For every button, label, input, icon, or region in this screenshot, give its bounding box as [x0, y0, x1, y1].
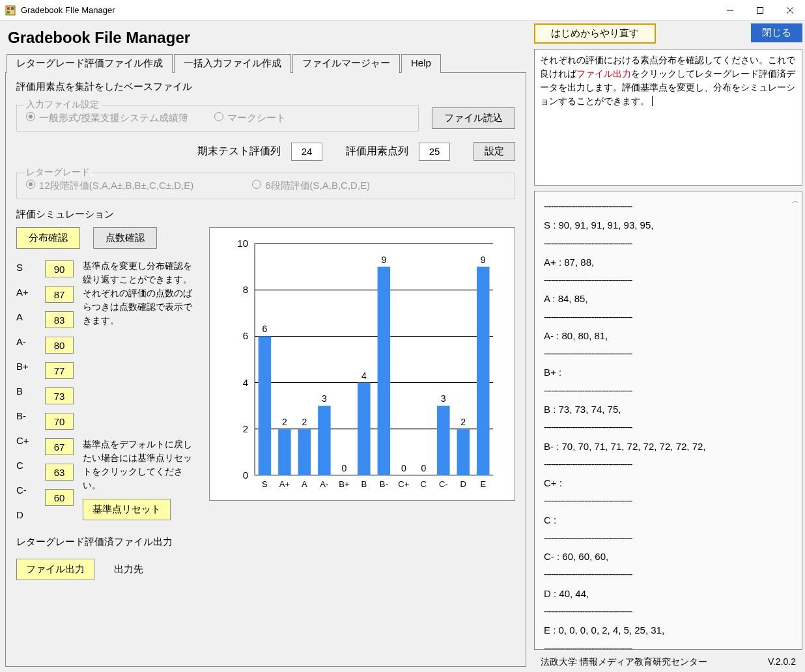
- score-col-input[interactable]: [419, 143, 450, 161]
- svg-text:6: 6: [262, 324, 268, 334]
- svg-text:2: 2: [243, 423, 248, 434]
- svg-rect-35: [358, 383, 371, 475]
- svg-text:9: 9: [381, 255, 386, 265]
- grade-label-Aminus: A-: [16, 336, 36, 347]
- restart-button[interactable]: はじめからやり直す: [534, 23, 656, 44]
- dist-line: S : 90, 91, 91, 91, 93, 95,: [544, 216, 793, 234]
- threshold-input-3[interactable]: [45, 337, 74, 354]
- svg-text:6: 6: [243, 330, 248, 341]
- base-file-title: 評価用素点を集計をしたベースファイル: [16, 81, 515, 93]
- dist-line: B+ :: [544, 363, 793, 382]
- exam-col-input[interactable]: [291, 143, 322, 161]
- svg-text:B-: B-: [380, 479, 388, 489]
- app-icon: [5, 5, 16, 16]
- close-button[interactable]: 閉じる: [751, 23, 802, 42]
- window-title: Gradebook FIle Manager: [21, 5, 715, 15]
- info-message-box[interactable]: それぞれの評価における素点分布を確認してください。これで良ければファイル出力をク…: [534, 49, 802, 186]
- radio-icon: [214, 112, 223, 121]
- tab-bulk-input[interactable]: 一括入力ファイル作成: [174, 54, 291, 73]
- footer-org: 法政大学 情報メディア教育研究センター: [541, 656, 707, 668]
- group-title: 入力ファイル設定: [23, 99, 102, 111]
- svg-text:0: 0: [341, 463, 346, 473]
- radio-general-format: 一般形式/授業支援システム成績簿: [26, 112, 188, 124]
- threshold-input-2[interactable]: [45, 311, 74, 328]
- grade-label-S: S: [16, 262, 36, 273]
- tab-content: 評価用素点を集計をしたベースファイル 入力ファイル設定 一般形式/授業支援システ…: [5, 72, 526, 667]
- radio-icon: [26, 112, 35, 121]
- threshold-input-1[interactable]: [45, 286, 74, 303]
- file-output-button[interactable]: ファイル出力: [16, 559, 94, 580]
- info-text-highlight: ファイル出力: [576, 68, 631, 79]
- svg-text:2: 2: [460, 417, 466, 427]
- threshold-input-9[interactable]: [45, 489, 74, 506]
- svg-rect-48: [457, 429, 470, 475]
- threshold-input-8[interactable]: [45, 464, 74, 481]
- dist-line: B : 73, 73, 74, 75,: [544, 400, 793, 419]
- radio-icon: [252, 180, 261, 189]
- svg-text:8: 8: [243, 284, 248, 295]
- svg-text:C-: C-: [439, 479, 448, 489]
- grade-label-C: C: [16, 460, 36, 471]
- tab-help[interactable]: Help: [401, 54, 441, 73]
- svg-rect-3: [7, 11, 10, 14]
- grade-label-Bplus: B+: [16, 361, 36, 372]
- dist-check-button[interactable]: 分布確認: [16, 227, 80, 249]
- grade-label-D: D: [16, 509, 36, 520]
- svg-text:A+: A+: [279, 479, 290, 489]
- dist-line: C :: [544, 511, 793, 529]
- svg-text:0: 0: [243, 469, 248, 481]
- score-col-label: 評価用素点列: [346, 145, 408, 158]
- svg-text:B+: B+: [339, 479, 349, 489]
- letter-grade-title: レターグレード: [23, 167, 92, 178]
- dist-line: B- : 70, 70, 71, 71, 72, 72, 72, 72, 72,: [544, 437, 793, 456]
- output-dest-label: 出力先: [114, 563, 143, 576]
- file-load-button[interactable]: ファイル読込: [432, 107, 515, 129]
- svg-text:9: 9: [481, 255, 486, 265]
- svg-text:3: 3: [322, 393, 327, 404]
- svg-text:4: 4: [243, 377, 248, 388]
- svg-text:B: B: [361, 479, 367, 489]
- distribution-list-box[interactable]: ︿ -------------------------------------S…: [534, 191, 802, 650]
- svg-rect-5: [757, 7, 763, 13]
- reset-threshold-button[interactable]: 基準点リセット: [83, 499, 171, 520]
- grade-label-Cplus: C+: [16, 435, 36, 446]
- svg-text:S: S: [262, 479, 268, 489]
- window-titlebar: Gradebook FIle Manager: [0, 0, 805, 21]
- main-tabs: レターグレード評価ファイル作成 一括入力ファイル作成 ファイルマージャー Hel…: [3, 53, 529, 72]
- maximize-button[interactable]: [745, 0, 775, 21]
- radio-marksheet: マークシート: [214, 112, 286, 124]
- svg-rect-21: [259, 336, 272, 475]
- radio-icon: [26, 180, 35, 189]
- footer-version: V.2.0.2: [768, 656, 796, 668]
- dist-line: A : 84, 85,: [544, 289, 793, 308]
- svg-rect-45: [437, 406, 450, 475]
- threshold-input-7[interactable]: [45, 438, 74, 455]
- threshold-input-4[interactable]: [45, 362, 74, 379]
- threshold-input-5[interactable]: [45, 387, 74, 404]
- radio-12-level: 12段階評価(S,A,A±,B,B±,C,C±,D,E): [26, 180, 193, 192]
- exam-col-label: 期末テスト評価列: [197, 145, 281, 158]
- threshold-input-0[interactable]: [45, 260, 74, 277]
- svg-text:2: 2: [302, 417, 307, 427]
- sim-desc-1: 基準点を変更し分布確認を繰り返すことができます。それぞれの評価の点数のばらつきは…: [83, 259, 199, 328]
- minimize-button[interactable]: [715, 0, 745, 21]
- svg-text:4: 4: [361, 371, 367, 381]
- dist-line: D : 40, 44,: [544, 584, 793, 603]
- svg-rect-1: [7, 7, 10, 10]
- close-window-button[interactable]: [775, 0, 805, 21]
- tab-file-merger[interactable]: ファイルマージャー: [292, 54, 400, 73]
- set-button[interactable]: 設定: [473, 142, 515, 161]
- input-file-settings-group: 入力ファイル設定 一般形式/授業支援システム成績簿 マークシート: [16, 105, 419, 132]
- grade-label-Aplus: A+: [16, 287, 36, 298]
- svg-rect-38: [378, 267, 391, 475]
- tab-letter-grade[interactable]: レターグレード評価ファイル作成: [7, 54, 173, 73]
- scroll-up-icon[interactable]: ︿: [792, 194, 799, 208]
- svg-text:10: 10: [237, 238, 248, 249]
- svg-text:0: 0: [401, 463, 406, 473]
- dist-line: C- : 60, 60, 60,: [544, 547, 793, 566]
- radio-6-level: 6段階評価(S,A,B,C,D,E): [252, 180, 370, 192]
- grade-label-Bminus: B-: [16, 410, 36, 421]
- threshold-input-6[interactable]: [45, 413, 74, 430]
- dist-line: A- : 80, 80, 81,: [544, 326, 793, 345]
- score-check-button[interactable]: 点数確認: [93, 227, 157, 249]
